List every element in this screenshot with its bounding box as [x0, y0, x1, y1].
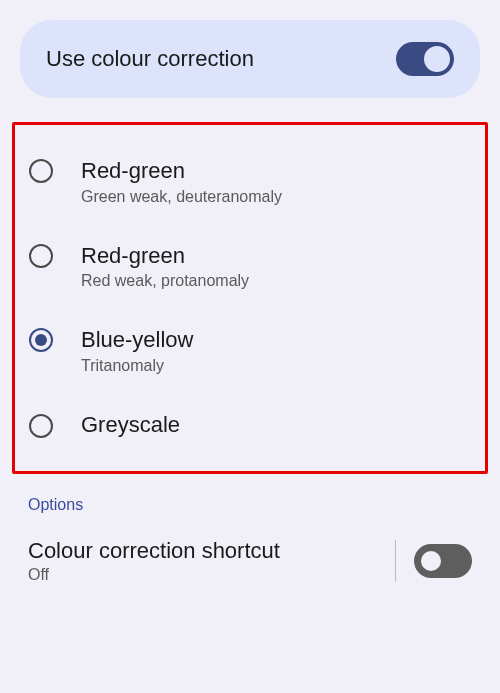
radio-button[interactable] — [29, 244, 53, 268]
radio-item-greyscale[interactable]: Greyscale — [23, 393, 477, 458]
shortcut-toggle-wrap — [395, 540, 472, 582]
radio-item-deuteranomaly[interactable]: Red-green Green weak, deuteranomaly — [23, 139, 477, 224]
use-colour-correction-toggle-card[interactable]: Use colour correction — [20, 20, 480, 98]
radio-text-group: Red-green Red weak, protanomaly — [81, 242, 249, 291]
toggle-card-label: Use colour correction — [46, 46, 254, 72]
shortcut-text-group: Colour correction shortcut Off — [28, 538, 280, 584]
radio-title: Red-green — [81, 242, 249, 271]
vertical-divider — [395, 540, 396, 582]
use-colour-correction-switch[interactable] — [396, 42, 454, 76]
radio-title: Greyscale — [81, 411, 180, 440]
radio-subtitle: Red weak, protanomaly — [81, 272, 249, 290]
shortcut-switch[interactable] — [414, 544, 472, 578]
radio-item-protanomaly[interactable]: Red-green Red weak, protanomaly — [23, 224, 477, 309]
radio-button[interactable] — [29, 414, 53, 438]
radio-button[interactable] — [29, 328, 53, 352]
radio-subtitle: Green weak, deuteranomaly — [81, 188, 282, 206]
radio-subtitle: Tritanomaly — [81, 357, 194, 375]
radio-text-group: Red-green Green weak, deuteranomaly — [81, 157, 282, 206]
shortcut-title: Colour correction shortcut — [28, 538, 280, 564]
radio-button[interactable] — [29, 159, 53, 183]
radio-text-group: Blue-yellow Tritanomaly — [81, 326, 194, 375]
radio-text-group: Greyscale — [81, 411, 180, 440]
correction-mode-highlight: Red-green Green weak, deuteranomaly Red-… — [12, 122, 488, 474]
radio-item-tritanomaly[interactable]: Blue-yellow Tritanomaly — [23, 308, 477, 393]
shortcut-status: Off — [28, 566, 280, 584]
options-section-label: Options — [28, 496, 480, 514]
colour-correction-shortcut-row[interactable]: Colour correction shortcut Off — [20, 530, 480, 584]
radio-title: Red-green — [81, 157, 282, 186]
radio-title: Blue-yellow — [81, 326, 194, 355]
